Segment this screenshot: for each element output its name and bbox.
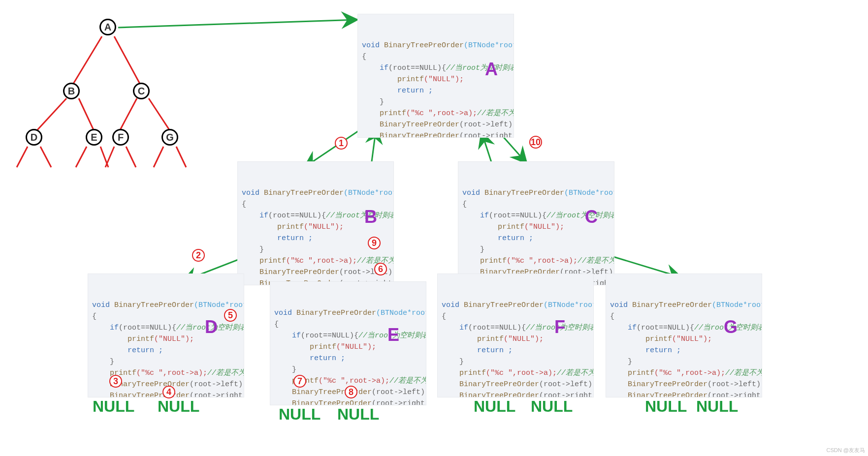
watermark: CSDN @友友马 bbox=[827, 447, 865, 454]
svg-line-10 bbox=[105, 147, 114, 167]
diagram-canvas: A B C D E F G void BinaryTreePreOrder(BT… bbox=[0, 0, 868, 456]
null-d1: NULL bbox=[93, 397, 134, 416]
svg-line-12 bbox=[154, 147, 163, 167]
svg-line-11 bbox=[126, 147, 136, 167]
step-2: 2 bbox=[192, 249, 205, 262]
code-label-B: B bbox=[364, 207, 377, 227]
svg-line-5 bbox=[149, 98, 169, 130]
code-label-A: A bbox=[485, 59, 498, 80]
svg-line-14 bbox=[118, 20, 357, 28]
null-g2: NULL bbox=[696, 397, 738, 416]
step-6: 6 bbox=[374, 263, 387, 275]
tree-node-G: G bbox=[161, 129, 178, 146]
step-10: 10 bbox=[529, 136, 542, 149]
svg-line-6 bbox=[17, 147, 28, 167]
svg-line-7 bbox=[40, 147, 51, 167]
null-e2: NULL bbox=[337, 405, 379, 424]
step-4: 4 bbox=[162, 386, 175, 398]
code-label-C: C bbox=[585, 207, 598, 227]
null-d2: NULL bbox=[158, 397, 199, 416]
code-label-E: E bbox=[387, 325, 399, 345]
null-f1: NULL bbox=[474, 397, 515, 416]
step-3: 3 bbox=[109, 375, 122, 388]
step-1: 1 bbox=[335, 137, 348, 150]
svg-line-8 bbox=[76, 147, 87, 167]
svg-line-9 bbox=[100, 147, 108, 167]
svg-line-13 bbox=[176, 147, 186, 167]
tree-node-E: E bbox=[86, 129, 102, 146]
code-box-F: void BinaryTreePreOrder(BTNode*root) { i… bbox=[437, 274, 594, 397]
code-label-D: D bbox=[205, 317, 218, 337]
step-5: 5 bbox=[224, 309, 237, 322]
svg-line-2 bbox=[37, 98, 66, 130]
code-label-F: F bbox=[554, 317, 565, 337]
step-8: 8 bbox=[345, 386, 357, 398]
null-g1: NULL bbox=[645, 397, 687, 416]
svg-line-1 bbox=[114, 36, 140, 84]
tree-node-D: D bbox=[26, 129, 42, 146]
svg-line-0 bbox=[73, 36, 102, 84]
tree-node-F: F bbox=[112, 129, 129, 146]
step-9: 9 bbox=[368, 237, 381, 249]
tree-node-B: B bbox=[63, 83, 80, 99]
null-e1: NULL bbox=[279, 405, 321, 424]
svg-line-3 bbox=[79, 98, 94, 130]
code-label-G: G bbox=[724, 317, 738, 337]
null-f2: NULL bbox=[531, 397, 573, 416]
tree-node-C: C bbox=[133, 83, 150, 99]
svg-line-4 bbox=[120, 98, 137, 130]
tree-node-A: A bbox=[99, 19, 116, 35]
code-box-G: void BinaryTreePreOrder(BTNode*root) { i… bbox=[606, 274, 762, 397]
step-7: 7 bbox=[293, 375, 306, 388]
